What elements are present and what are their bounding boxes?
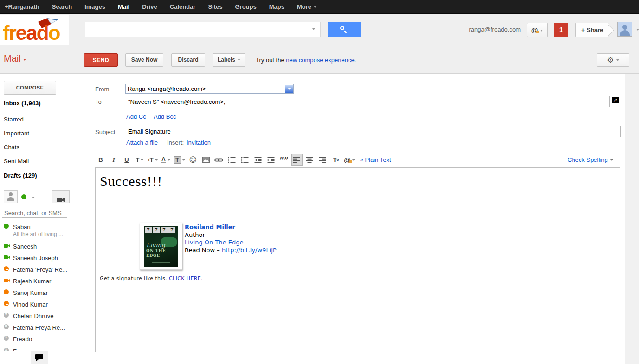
labels-button[interactable]: Labels [213,53,245,67]
author-name-link[interactable]: Rosiland Miller [185,224,235,230]
signature-text: Rosiland Miller Author Living On The Edg… [185,224,277,254]
quote-button[interactable]: ”” [278,154,290,166]
insert-link-button[interactable] [213,154,225,166]
bulleted-list-button[interactable] [239,154,251,166]
save-now-button[interactable]: Save Now [125,53,163,67]
contact-status-message: All the art of living ... [13,231,63,237]
indent-button[interactable] [265,154,277,166]
highlight-color-button[interactable]: T [173,154,186,166]
numbered-list-button[interactable] [226,154,238,166]
cover-author-bar [152,262,170,263]
chat-contact[interactable]: Sanoj Kumar [4,288,48,297]
notifications-button[interactable]: @ [527,23,548,37]
settings-button[interactable]: ⚙ [597,53,629,67]
align-left-button[interactable] [291,154,303,166]
nav-images[interactable]: Images [84,3,105,10]
chat-contact[interactable]: Saneesh [4,242,37,250]
chat-search-input[interactable] [2,208,67,218]
book-title-link[interactable]: Living On The Edge [185,239,243,246]
notification-count-badge[interactable]: 1 [554,23,568,37]
insert-image-button[interactable] [200,154,212,166]
chat-contact-list: Sabari All the art of living ... Saneesh… [0,220,84,351]
font-button[interactable]: T [134,154,145,166]
send-button[interactable]: SEND [84,53,118,67]
formatting-toolbar: B I U T TT A T ☺ [95,153,391,166]
sidebar-item-starred[interactable]: Starred [4,116,24,123]
nav-more[interactable]: More [297,3,316,10]
author-title: Author [185,231,277,239]
translate-button[interactable]: @ [343,154,355,166]
chat-contact[interactable]: Chetan Dhruve [4,312,53,320]
presence-icon [4,243,10,249]
at-icon: @ [531,26,538,34]
sidebar-item-chats[interactable]: Chats [4,144,19,151]
bold-button[interactable]: B [95,154,106,166]
nav-groups[interactable]: Groups [235,3,257,10]
book-cover-image: 7777 Living on the edge [140,223,182,270]
nav-profile[interactable]: +Ranganath [5,3,39,10]
nav-mail[interactable]: Mail [118,3,129,10]
click-here-link[interactable]: CLICK HERE. [169,275,203,281]
nav-drive[interactable]: Drive [142,3,157,10]
search-options-chevron-icon[interactable] [312,28,315,30]
remove-formatting-button[interactable]: Tx [330,154,342,166]
align-right-button[interactable] [317,154,329,166]
subject-input[interactable] [126,126,621,137]
read-now-link[interactable]: http://bit.ly/w9LiJP [222,247,277,254]
chat-toggle-button[interactable] [31,351,48,364]
select-arrow-icon [285,85,293,93]
sidebar-item-drafts[interactable]: Drafts (129) [4,172,37,179]
sidebar-item-inbox[interactable]: Inbox (1,943) [4,100,40,107]
presence-icon [4,278,10,284]
attach-file-link[interactable]: Attach a file [126,139,158,146]
nav-sites[interactable]: Sites [208,3,222,10]
chevron-down-icon [610,159,613,161]
plain-text-link[interactable]: « Plain Text [360,156,391,163]
underline-button[interactable]: U [121,154,132,166]
invitation-link[interactable]: Invitation [187,139,211,146]
new-chat-button[interactable] [52,190,70,203]
chat-contact[interactable]: Freado [4,335,32,343]
chat-contact[interactable]: Rajesh Kumar [4,277,51,285]
message-headline: Success!!! [100,173,162,189]
chat-avatar-button[interactable] [4,190,18,203]
nav-calendar[interactable]: Calendar [170,3,196,10]
add-bcc-link[interactable]: Add Bcc [154,113,176,120]
to-input[interactable] [126,96,610,107]
popout-icon[interactable]: ↗ [612,97,619,103]
align-center-button[interactable] [304,154,316,166]
from-select[interactable]: Ranga <ranga@freado.com> [125,84,294,94]
person-icon [4,191,17,203]
discard-button[interactable]: Discard [171,53,205,67]
emoji-button[interactable]: ☺ [187,154,199,166]
chat-bubble-icon [35,354,43,359]
message-body-editor[interactable]: Success!!! 7777 Living on the edge Rosil… [95,167,620,352]
italic-button[interactable]: I [108,154,119,166]
chat-contact[interactable]: Vinod Kumar [4,300,48,308]
share-button[interactable]: + Share [575,23,609,37]
search-input[interactable] [85,22,321,37]
presence-status-icon[interactable] [21,194,26,199]
nav-search[interactable]: Search [52,3,72,10]
sidebar-item-sent[interactable]: Sent Mail [4,158,29,165]
search-button[interactable] [328,22,361,37]
compose-button[interactable]: COMPOSE [4,81,56,95]
chat-contact[interactable]: Fatema 'Freya' Re... [4,265,67,274]
account-chevron-icon[interactable] [636,29,639,31]
chat-contact[interactable]: Fatema Freya Re... [4,323,65,332]
new-compose-link[interactable]: new compose experience. [286,57,356,64]
text-color-button[interactable]: A [160,154,171,166]
check-spelling-link[interactable]: Check Spelling [568,156,613,163]
mail-dropdown[interactable]: Mail [4,53,26,64]
avatar[interactable] [617,22,632,37]
presence-chevron-icon[interactable] [32,197,35,198]
chat-contact[interactable]: Sabari [4,223,31,231]
nav-maps[interactable]: Maps [269,3,284,10]
presence-icon [4,301,10,307]
outdent-button[interactable] [252,154,264,166]
chat-contact[interactable]: Saneesh Joseph [4,254,58,262]
font-size-button[interactable]: TT [147,154,158,166]
add-cc-link[interactable]: Add Cc [126,113,146,120]
freado-logo[interactable]: freado [0,15,69,45]
sidebar-item-important[interactable]: Important [4,130,29,137]
